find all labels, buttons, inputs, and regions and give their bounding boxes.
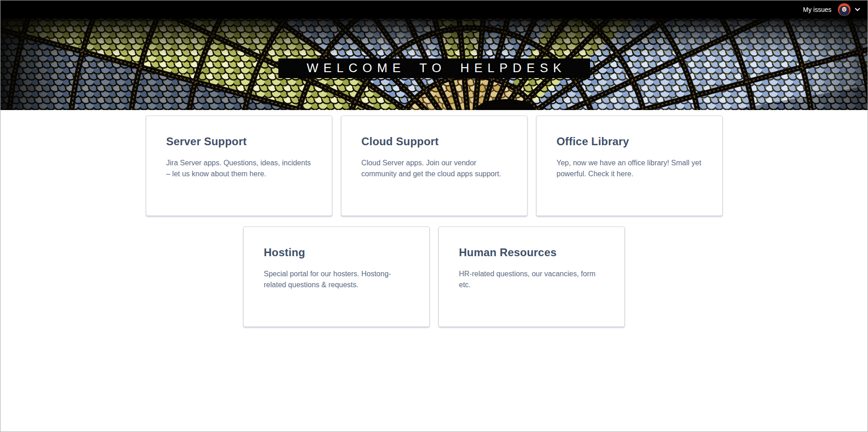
chevron-down-icon[interactable] bbox=[855, 8, 860, 11]
portal-card-cloud-support[interactable]: Cloud Support Cloud Server apps. Join ou… bbox=[341, 116, 527, 216]
card-title: Cloud Support bbox=[362, 135, 507, 148]
card-description: Special portal for our hosters. Hostong-… bbox=[264, 269, 409, 290]
welcome-banner: WELCOME TO HELPDESK bbox=[278, 58, 590, 78]
topbar: My issues bbox=[0, 0, 868, 19]
portal-card-human-resources[interactable]: Human Resources HR-related questions, ou… bbox=[438, 227, 625, 327]
card-title: Human Resources bbox=[459, 246, 604, 259]
card-title: Server Support bbox=[166, 135, 312, 148]
user-avatar-icon[interactable] bbox=[838, 3, 851, 16]
hero-banner: WELCOME TO HELPDESK bbox=[0, 19, 868, 110]
portal-card-hosting[interactable]: Hosting Special portal for our hosters. … bbox=[243, 227, 430, 327]
portal-list: Server Support Jira Server apps. Questio… bbox=[0, 110, 868, 327]
portal-card-server-support[interactable]: Server Support Jira Server apps. Questio… bbox=[146, 116, 332, 216]
browser-window: My issues bbox=[0, 0, 868, 432]
card-description: HR-related questions, our vacancies, for… bbox=[459, 269, 604, 290]
card-row-1: Server Support Jira Server apps. Questio… bbox=[0, 116, 868, 216]
card-title: Office Library bbox=[557, 135, 702, 148]
card-title: Hosting bbox=[264, 246, 409, 259]
my-issues-link[interactable]: My issues bbox=[803, 6, 831, 13]
user-menu[interactable] bbox=[838, 3, 860, 16]
card-description: Cloud Server apps. Join our vendor commu… bbox=[362, 158, 507, 179]
card-description: Jira Server apps. Questions, ideas, inci… bbox=[166, 158, 312, 179]
welcome-banner-title: WELCOME TO HELPDESK bbox=[302, 61, 566, 75]
card-row-2: Hosting Special portal for our hosters. … bbox=[0, 227, 868, 327]
card-description: Yep, now we have an office library! Smal… bbox=[557, 158, 702, 179]
portal-card-office-library[interactable]: Office Library Yep, now we have an offic… bbox=[536, 116, 723, 216]
